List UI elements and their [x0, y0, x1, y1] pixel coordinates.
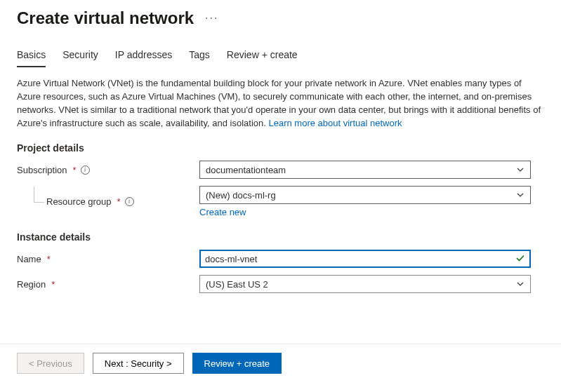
name-label: Name* [17, 254, 199, 264]
learn-more-link[interactable]: Learn more about virtual network [268, 118, 402, 128]
tab-security[interactable]: Security [62, 46, 98, 67]
footer-bar: < Previous Next : Security > Review + cr… [0, 344, 561, 382]
region-label: Region* [17, 279, 199, 290]
info-icon[interactable]: i [81, 165, 90, 175]
info-icon[interactable]: i [125, 197, 134, 206]
check-icon [515, 253, 525, 265]
subscription-label-text: Subscription [17, 165, 67, 175]
tab-bar: Basics Security IP addresses Tags Review… [17, 46, 544, 67]
resource-group-label: Resource group* i [17, 196, 199, 207]
resource-group-label-text: Resource group [46, 196, 112, 207]
resource-group-select[interactable]: (New) docs-ml-rg [199, 186, 531, 204]
subscription-value: documentationteam [206, 165, 286, 175]
chevron-down-icon [516, 280, 524, 288]
region-value: (US) East US 2 [206, 279, 268, 290]
region-label-text: Region [17, 279, 46, 290]
required-indicator: * [51, 279, 55, 290]
section-project-details: Project details [17, 142, 544, 154]
tab-ip-addresses[interactable]: IP addresses [115, 46, 172, 67]
create-new-link[interactable]: Create new [199, 207, 246, 217]
review-create-button[interactable]: Review + create [192, 353, 282, 374]
resource-group-value: (New) docs-ml-rg [206, 190, 276, 201]
section-instance-details: Instance details [17, 231, 544, 243]
name-input[interactable] [205, 254, 515, 264]
subscription-select[interactable]: documentationteam [199, 161, 531, 179]
previous-button: < Previous [17, 353, 84, 374]
more-actions-icon[interactable]: ··· [205, 12, 218, 25]
name-label-text: Name [17, 254, 41, 264]
name-input-wrapper [199, 250, 531, 268]
required-indicator: * [73, 165, 77, 175]
required-indicator: * [47, 254, 51, 264]
chevron-down-icon [516, 191, 524, 199]
tab-basics[interactable]: Basics [17, 46, 46, 67]
page-title: Create virtual network [17, 8, 194, 28]
chevron-down-icon [516, 165, 524, 174]
tab-review-create[interactable]: Review + create [227, 46, 298, 67]
region-select[interactable]: (US) East US 2 [199, 275, 531, 293]
subscription-label: Subscription* i [17, 165, 199, 175]
tab-tags[interactable]: Tags [189, 46, 210, 67]
next-button[interactable]: Next : Security > [93, 353, 184, 374]
description-text: Azure Virtual Network (VNet) is the fund… [17, 77, 544, 130]
required-indicator: * [117, 196, 121, 207]
